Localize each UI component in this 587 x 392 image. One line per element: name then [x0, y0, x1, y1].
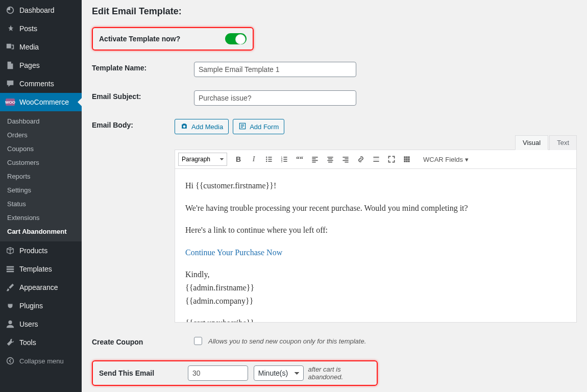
add-media-button[interactable]: Add Media	[175, 119, 229, 134]
body-link[interactable]: Continue Your Purchase Now	[185, 248, 282, 257]
svg-rect-22	[327, 160, 333, 161]
admin-sidebar: Dashboard Posts Media Pages Comments WOO…	[0, 0, 82, 392]
svg-rect-13	[283, 157, 287, 158]
sidebar-item-comments[interactable]: Comments	[0, 75, 82, 93]
svg-rect-35	[406, 158, 407, 160]
sidebar-item-dashboard[interactable]: Dashboard	[0, 1, 82, 19]
align-right-button[interactable]	[338, 152, 353, 166]
editor: Paragraph B I 123 ““ WCAR Fields ▾	[175, 150, 577, 323]
sidebar-submenu: Dashboard Orders Coupons Customers Repor…	[0, 111, 82, 241]
sidebar-item-label: Users	[19, 320, 38, 328]
svg-rect-18	[312, 160, 317, 161]
readmore-button[interactable]	[369, 152, 383, 166]
sidebar-item-label: Pages	[19, 61, 40, 69]
camera-icon	[180, 122, 188, 132]
wrench-icon	[5, 337, 15, 348]
activate-highlight: Activate Template now?	[92, 27, 254, 51]
svg-rect-20	[327, 157, 333, 158]
sidebar-item-tools[interactable]: Tools	[0, 333, 82, 352]
create-coupon-checkbox[interactable]	[194, 337, 202, 345]
svg-rect-21	[328, 158, 332, 159]
fullscreen-button[interactable]	[384, 152, 399, 166]
svg-rect-31	[404, 156, 405, 158]
email-subject-label: Email Subject:	[92, 90, 194, 101]
send-this-label: Send This Email	[99, 369, 188, 377]
sidebar-item-label: Dashboard	[19, 6, 55, 14]
svg-rect-27	[345, 162, 348, 163]
submenu-settings[interactable]: Settings	[0, 183, 82, 197]
sidebar-item-appearance[interactable]: Appearance	[0, 278, 82, 297]
toolbar-toggle-button[interactable]	[400, 152, 414, 166]
sidebar-item-woocommerce[interactable]: WOO WooCommerce	[0, 93, 82, 111]
link-button[interactable]	[354, 152, 368, 166]
submenu-cart-abandonment[interactable]: Cart Abandonment	[0, 225, 82, 238]
align-left-button[interactable]	[308, 152, 322, 166]
create-coupon-label: Create Coupon	[92, 336, 194, 346]
svg-text:3: 3	[281, 160, 283, 163]
send-after-text: after cart is abandoned.	[308, 365, 371, 381]
submenu-status[interactable]: Status	[0, 197, 82, 211]
sidebar-item-label: Media	[19, 43, 39, 51]
svg-rect-38	[406, 160, 407, 162]
svg-rect-19	[312, 162, 315, 163]
svg-rect-34	[404, 158, 405, 160]
submenu-coupons[interactable]: Coupons	[0, 142, 82, 156]
send-delay-input[interactable]	[188, 365, 248, 381]
submenu-customers[interactable]: Customers	[0, 156, 82, 169]
sidebar-item-products[interactable]: Products	[0, 241, 82, 260]
collapse-menu[interactable]: Collapse menu	[0, 352, 82, 370]
format-select[interactable]: Paragraph	[178, 153, 227, 166]
sidebar-item-pages[interactable]: Pages	[0, 56, 82, 75]
svg-rect-26	[343, 160, 348, 161]
send-this-highlight: Send This Email Minute(s) after cart is …	[92, 360, 378, 386]
main-content: Edit Email Template: Activate Template n…	[82, 0, 587, 392]
email-subject-input[interactable]	[194, 90, 356, 106]
comment-icon	[5, 79, 15, 89]
svg-rect-39	[408, 160, 409, 162]
italic-button[interactable]: I	[247, 152, 261, 166]
woo-icon: WOO	[5, 97, 15, 107]
svg-point-6	[266, 161, 267, 162]
page-title: Edit Email Template:	[92, 6, 577, 17]
wcar-fields-button[interactable]: WCAR Fields ▾	[420, 152, 474, 166]
blockquote-button[interactable]: ““	[292, 152, 307, 166]
email-body-label: Email Body:	[92, 119, 175, 129]
sidebar-item-label: Tools	[19, 338, 36, 347]
sidebar-item-label: Templates	[19, 265, 52, 273]
submenu-extensions[interactable]: Extensions	[0, 211, 82, 225]
svg-point-2	[183, 125, 186, 128]
tab-visual[interactable]: Visual	[515, 135, 548, 150]
editor-body[interactable]: Hi {{customer.firstname}}! We're having …	[175, 169, 576, 322]
svg-rect-32	[406, 156, 407, 158]
add-form-button[interactable]: Add Form	[233, 119, 284, 134]
sidebar-item-templates[interactable]: Templates	[0, 260, 82, 278]
sidebar-item-plugins[interactable]: Plugins	[0, 297, 82, 315]
bold-button[interactable]: B	[231, 152, 246, 166]
submenu-dashboard[interactable]: Dashboard	[0, 114, 82, 128]
send-delay-unit-select[interactable]: Minute(s)	[254, 365, 304, 381]
editor-tabs: Visual Text	[175, 135, 577, 150]
sidebar-item-media[interactable]: Media	[0, 38, 82, 56]
number-list-button[interactable]: 123	[277, 152, 291, 166]
body-p5: {{cart.unsubscribe}}	[185, 316, 566, 322]
template-name-input[interactable]	[194, 62, 356, 77]
body-p3: Here's a link to continue where you left…	[185, 224, 566, 237]
collapse-label: Collapse menu	[19, 357, 64, 365]
submenu-orders[interactable]: Orders	[0, 128, 82, 142]
sidebar-item-posts[interactable]: Posts	[0, 19, 82, 38]
plug-icon	[5, 301, 15, 311]
submenu-reports[interactable]: Reports	[0, 169, 82, 183]
sidebar-item-users[interactable]: Users	[0, 315, 82, 333]
body-p1: Hi {{customer.firstname}}!	[185, 179, 566, 192]
form-icon	[238, 122, 247, 132]
activate-toggle[interactable]	[225, 33, 247, 44]
template-name-label: Template Name:	[92, 62, 194, 72]
svg-rect-8	[268, 159, 272, 160]
align-center-button[interactable]	[323, 152, 337, 166]
svg-point-0	[8, 321, 12, 324]
tab-text[interactable]: Text	[549, 135, 577, 150]
bullet-list-button[interactable]	[262, 152, 276, 166]
svg-rect-23	[328, 162, 332, 163]
editor-toolbar: Paragraph B I 123 ““ WCAR Fields ▾	[175, 150, 576, 169]
pin-icon	[5, 23, 15, 34]
